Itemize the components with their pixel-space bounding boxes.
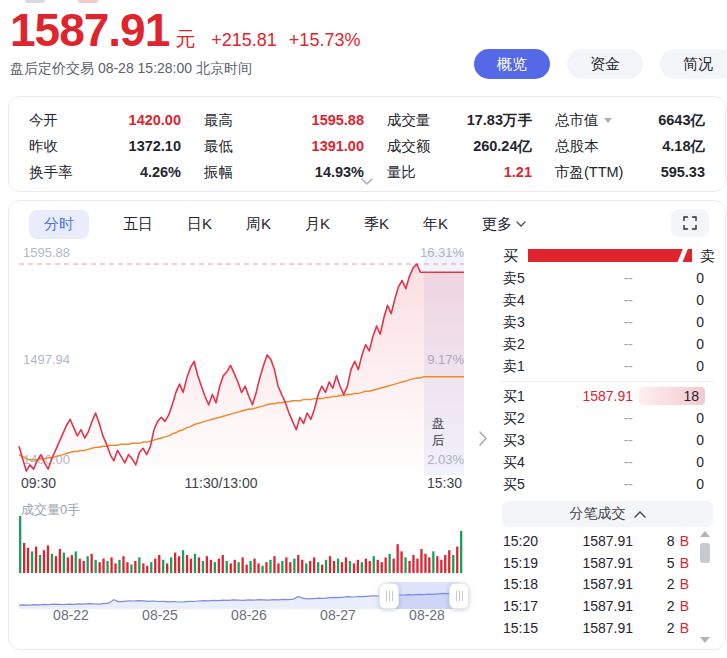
tab-label: 周K bbox=[246, 215, 271, 234]
navigator-handle-right[interactable] bbox=[449, 583, 469, 609]
buy-level-row: 买2--0 bbox=[496, 407, 719, 429]
trades-scrollbar bbox=[699, 531, 711, 643]
market-cap-caret-icon[interactable] bbox=[604, 118, 612, 123]
stat-value: 14.93% bbox=[315, 164, 364, 180]
level-qty: 18 bbox=[683, 385, 699, 407]
tab-5day[interactable]: 五日 bbox=[123, 215, 153, 234]
trade-price: 1587.91 bbox=[582, 573, 633, 595]
date-axis-tick: 08-22 bbox=[53, 607, 89, 623]
tab-label: 分时 bbox=[44, 215, 74, 234]
tab-quarterly-k[interactable]: 季K bbox=[364, 215, 389, 234]
tab-label: 日K bbox=[187, 215, 212, 234]
trade-time: 15:20 bbox=[503, 530, 538, 552]
stat-label: 总股本 bbox=[555, 137, 599, 156]
x-axis-tick: 09:30 bbox=[21, 475, 56, 491]
trade-side: B bbox=[680, 617, 689, 639]
chevron-down-icon bbox=[516, 221, 526, 228]
stat-label: 成交量 bbox=[387, 111, 431, 130]
stat-value: 1372.10 bbox=[129, 138, 181, 154]
stat-value: 4.18亿 bbox=[662, 137, 705, 156]
fullscreen-button[interactable] bbox=[671, 209, 709, 237]
trade-time: 15:19 bbox=[503, 552, 538, 574]
navigator-handle-left[interactable] bbox=[379, 583, 399, 609]
scroll-up-arrow-icon[interactable] bbox=[700, 531, 710, 537]
sell-level-row: 卖4--0 bbox=[496, 289, 719, 311]
btn-profile[interactable]: 简况 bbox=[660, 49, 727, 79]
trade-side: B bbox=[680, 530, 689, 552]
top-tab-remnant bbox=[25, 0, 45, 3]
fullscreen-icon bbox=[683, 216, 697, 230]
stat-value: 1595.88 bbox=[312, 112, 364, 128]
tab-label: 年K bbox=[423, 215, 448, 234]
navigator-chart[interactable] bbox=[11, 582, 481, 609]
date-axis-tick: 08-26 bbox=[231, 607, 267, 623]
intraday-chart[interactable] bbox=[11, 241, 497, 503]
buy-level-row: 买4--0 bbox=[496, 451, 719, 473]
buy-sell-strength-row: 买 卖 bbox=[496, 247, 719, 265]
sell-level-row: 卖5--0 bbox=[496, 267, 719, 289]
stats-card: 今开1420.00 最高1595.88 成交量17.83万手 总市值6643亿 … bbox=[8, 96, 726, 192]
level-qty: 0 bbox=[696, 407, 704, 429]
stat-cell-turnover: 成交额260.24亿 bbox=[387, 135, 532, 157]
view-switcher: 概览 资金 简况 bbox=[474, 49, 727, 79]
sell-level-row: 卖2--0 bbox=[496, 333, 719, 355]
level-label: 卖1 bbox=[503, 355, 525, 377]
sell-level-row: 卖1--0 bbox=[496, 355, 719, 377]
stat-value: 595.33 bbox=[661, 164, 705, 180]
stat-label: 昨收 bbox=[29, 137, 58, 156]
stat-label: 最低 bbox=[204, 137, 233, 156]
stat-cell-open: 今开1420.00 bbox=[29, 109, 181, 131]
level-label: 卖4 bbox=[503, 289, 525, 311]
stat-value: 17.83万手 bbox=[467, 111, 532, 130]
tab-yearly-k[interactable]: 年K bbox=[423, 215, 448, 234]
chevron-up-icon bbox=[634, 511, 646, 518]
x-axis-tick: 11:30/13:00 bbox=[185, 475, 258, 491]
trade-side: B bbox=[680, 552, 689, 574]
market-status-line: 盘后定价交易 08-28 15:28:00 北京时间 bbox=[10, 60, 360, 78]
quote-header: 1587.91 元 +215.81 +15.73% 盘后定价交易 08-28 1… bbox=[10, 4, 360, 78]
scrollbar-thumb[interactable] bbox=[700, 543, 710, 563]
stat-value: 260.24亿 bbox=[473, 137, 532, 156]
stat-cell-prev-close: 昨收1372.10 bbox=[29, 135, 181, 157]
trade-qty: 8 bbox=[667, 530, 675, 552]
level-label: 买5 bbox=[503, 473, 525, 495]
level-qty: 0 bbox=[696, 451, 704, 473]
trade-qty: 2 bbox=[667, 595, 675, 617]
stat-cell-market-cap: 总市值6643亿 bbox=[555, 109, 705, 131]
stat-label: 振幅 bbox=[204, 163, 233, 182]
tab-label: 更多 bbox=[482, 215, 512, 234]
level-label: 买4 bbox=[503, 451, 525, 473]
after-hours-label: 盘后 bbox=[430, 415, 446, 449]
stats-expand-chevron-icon[interactable] bbox=[361, 172, 373, 190]
trade-price: 1587.91 bbox=[582, 552, 633, 574]
level-label: 卖2 bbox=[503, 333, 525, 355]
tab-daily-k[interactable]: 日K bbox=[187, 215, 212, 234]
trade-row: 15:181587.912B bbox=[496, 573, 719, 595]
trade-row: 15:171587.912B bbox=[496, 595, 719, 617]
level-qty: 0 bbox=[696, 355, 704, 377]
stat-value: 6643亿 bbox=[658, 111, 705, 130]
sell-label: 卖 bbox=[700, 247, 715, 264]
stat-cell-high: 最高1595.88 bbox=[204, 109, 364, 131]
trade-price: 1587.91 bbox=[582, 617, 633, 639]
level-label: 卖3 bbox=[503, 311, 525, 333]
tick-trades-header[interactable]: 分笔成交 bbox=[502, 501, 713, 527]
tab-weekly-k[interactable]: 周K bbox=[246, 215, 271, 234]
trade-side: B bbox=[680, 595, 689, 617]
level-price: -- bbox=[624, 473, 633, 495]
tab-timeline[interactable]: 分时 bbox=[29, 210, 89, 239]
stat-label: 量比 bbox=[387, 163, 416, 182]
btn-funds[interactable]: 资金 bbox=[567, 49, 643, 79]
buy-label: 买 bbox=[503, 247, 518, 264]
scroll-down-arrow-icon[interactable] bbox=[700, 637, 710, 643]
tab-monthly-k[interactable]: 月K bbox=[305, 215, 330, 234]
tab-more[interactable]: 更多 bbox=[482, 215, 526, 234]
stat-value: 1420.00 bbox=[129, 112, 181, 128]
stat-label: 今开 bbox=[29, 111, 58, 130]
level-label: 买2 bbox=[503, 407, 525, 429]
top-tab-remnant-active bbox=[78, 0, 98, 3]
tab-label: 月K bbox=[305, 215, 330, 234]
date-axis-tick: 08-27 bbox=[320, 607, 356, 623]
btn-overview[interactable]: 概览 bbox=[474, 49, 550, 79]
panel-collapse-chevron-icon[interactable] bbox=[479, 431, 488, 450]
